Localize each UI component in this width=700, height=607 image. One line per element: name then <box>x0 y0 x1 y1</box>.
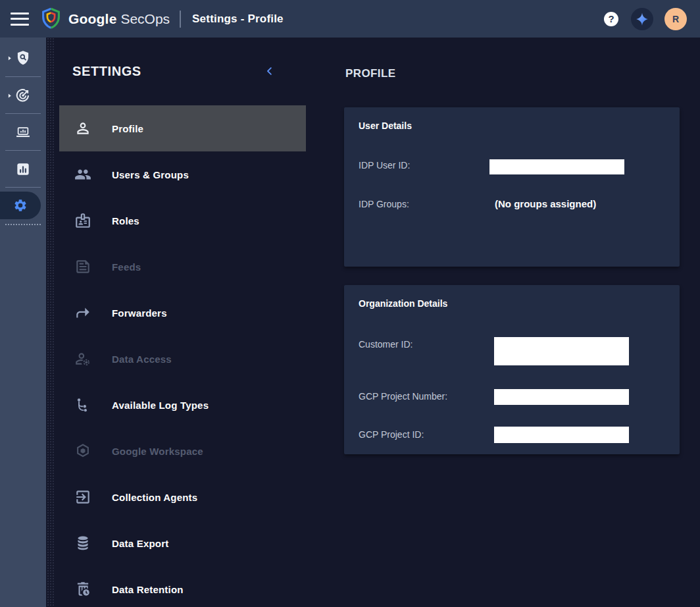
card-title: User Details <box>359 120 412 131</box>
hamburger-menu-icon[interactable] <box>11 13 29 26</box>
settings-gear-icon <box>13 198 28 213</box>
nav-item-users-and-groups[interactable]: Users & Groups <box>59 151 306 198</box>
collapse-panel-chevron-left-icon[interactable] <box>264 65 276 77</box>
feed-icon <box>74 258 91 275</box>
rail-divider <box>5 187 41 188</box>
nav-item-label: Data Access <box>112 354 172 365</box>
analytics-icon <box>14 161 32 178</box>
nav-item-label: Data Export <box>112 538 168 549</box>
nav-item-label: Available Log Types <box>112 400 209 411</box>
brand-secops: SecOps <box>120 11 170 26</box>
gemini-button[interactable] <box>631 8 653 30</box>
group-icon <box>74 166 91 183</box>
gemini-star-icon <box>635 12 649 26</box>
database-icon <box>74 535 91 552</box>
shield-search-icon <box>14 49 32 66</box>
nav-item-label: Roles <box>112 215 139 226</box>
nav-item-label: Users & Groups <box>112 169 189 180</box>
header-divider <box>180 11 181 28</box>
redacted-value-gcp-project-number <box>494 389 629 405</box>
nav-item-profile[interactable]: Profile <box>59 105 306 151</box>
rail-item-analytics[interactable] <box>0 151 46 188</box>
help-icon[interactable]: ? <box>604 12 618 26</box>
rail-item-shield-search[interactable] <box>0 40 46 76</box>
card-title: Organization Details <box>359 298 447 309</box>
nav-item-data-retention[interactable]: Data Retention <box>59 566 306 607</box>
brand-google: Google <box>68 11 117 26</box>
person-gear-icon <box>74 350 91 367</box>
main-content: PROFILE User DetailsIDP User ID:IDP Grou… <box>328 38 700 607</box>
nav-item-label: Feeds <box>112 261 141 273</box>
settings-nav-panel: SETTINGS Profile Users & Groups Roles Fe… <box>46 38 328 607</box>
person-icon <box>74 120 91 137</box>
rail-item-detection[interactable] <box>0 77 46 114</box>
field-label-gcp-project-id: GCP Project ID: <box>359 429 424 440</box>
google-secops-app: Google SecOps Settings - Profile ? R <box>0 0 700 607</box>
nav-item-available-log-types[interactable]: Available Log Types <box>59 382 306 428</box>
redacted-value-gcp-project-id <box>494 427 629 443</box>
login-icon <box>74 488 91 506</box>
field-value-idp-groups: (No groups assigned) <box>495 198 596 209</box>
redacted-value-customer-id <box>494 337 629 365</box>
redacted-value-idp-user-id <box>489 159 624 174</box>
nav-item-google-workspace: Google Workspace <box>59 428 306 474</box>
field-label-gcp-project-number: GCP Project Number: <box>359 391 447 402</box>
card-organization-details: Organization DetailsCustomer ID:GCP Proj… <box>344 285 680 454</box>
page-title: Settings - Profile <box>192 13 284 26</box>
brand-wordmark: Google SecOps <box>68 11 170 27</box>
settings-nav-title: SETTINGS <box>72 64 141 79</box>
field-label-idp-user-id: IDP User ID: <box>359 160 410 171</box>
detection-icon <box>14 87 32 104</box>
nav-item-data-access: Data Access <box>59 336 306 382</box>
laptop-chart-icon <box>14 124 32 141</box>
retention-clock-icon <box>74 581 91 598</box>
user-avatar[interactable]: R <box>664 8 687 30</box>
forward-arrow-icon <box>74 304 91 321</box>
top-app-bar: Google SecOps Settings - Profile ? R <box>0 0 700 38</box>
nav-item-roles[interactable]: Roles <box>59 198 306 244</box>
nav-item-feeds: Feeds <box>59 244 306 290</box>
cube-icon <box>74 442 91 460</box>
nav-item-label: Google Workspace <box>112 446 203 457</box>
rail-item-selected[interactable] <box>0 192 41 219</box>
field-label-idp-groups: IDP Groups: <box>359 199 409 209</box>
secops-shield-logo <box>41 7 61 31</box>
nav-item-data-export[interactable]: Data Export <box>59 520 306 566</box>
nav-item-label: Profile <box>112 123 143 134</box>
nav-item-collection-agents[interactable]: Collection Agents <box>59 474 306 520</box>
profile-heading: PROFILE <box>345 67 395 80</box>
branch-icon <box>74 396 91 413</box>
caret-right-icon <box>6 55 13 62</box>
field-label-customer-id: Customer ID: <box>359 339 413 350</box>
rail-item-laptop-chart[interactable] <box>0 114 46 151</box>
card-user-details: User DetailsIDP User ID:IDP Groups:(No g… <box>344 107 680 267</box>
rail-dotted-divider <box>5 224 41 225</box>
caret-right-icon <box>6 92 13 99</box>
badge-icon <box>74 212 91 229</box>
left-nav-rail <box>0 38 46 607</box>
nav-item-label: Data Retention <box>112 584 184 595</box>
nav-item-forwarders[interactable]: Forwarders <box>59 290 306 336</box>
settings-nav-list: Profile Users & Groups Roles Feeds Forwa… <box>59 105 306 607</box>
nav-item-label: Forwarders <box>112 307 167 319</box>
nav-item-label: Collection Agents <box>112 492 197 503</box>
